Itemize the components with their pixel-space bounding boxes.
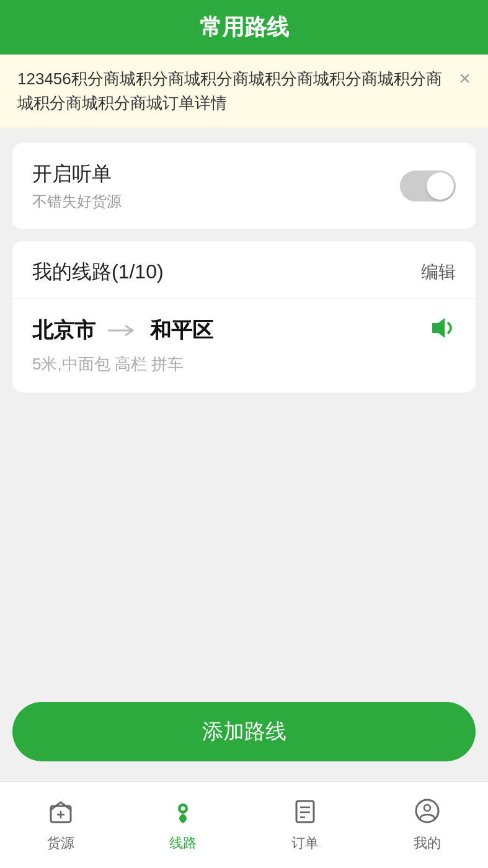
bottom-nav: 货源 线路 订单 (0, 781, 488, 868)
svg-marker-1 (432, 318, 445, 338)
nav-item-mine[interactable]: 我的 (366, 797, 488, 852)
add-route-button[interactable]: 添加路线 (12, 702, 476, 761)
route-cities: 北京市 和平区 (32, 316, 213, 345)
svg-point-12 (424, 805, 430, 811)
cargo-icon (47, 797, 74, 829)
listen-title: 开启听单 (32, 161, 122, 188)
content-area: 开启听单 不错失好货源 我的线路(1/10) 编辑 北京市 (0, 128, 488, 702)
nav-item-cargo[interactable]: 货源 (0, 797, 122, 852)
routes-title: 我的线路(1/10) (32, 259, 164, 286)
route-icon (169, 797, 197, 829)
route-sound-button[interactable] (431, 317, 456, 345)
toggle-knob (427, 172, 454, 200)
spacer (12, 405, 476, 687)
nav-item-route[interactable]: 线路 (122, 797, 244, 852)
order-icon (291, 797, 319, 829)
route-top: 北京市 和平区 (32, 316, 456, 345)
nav-label-route: 线路 (169, 834, 197, 852)
mine-icon (414, 797, 441, 829)
routes-edit-button[interactable]: 编辑 (421, 260, 456, 284)
route-to-city: 和平区 (150, 316, 213, 345)
route-from-city: 北京市 (32, 316, 95, 345)
routes-header: 我的线路(1/10) 编辑 (12, 241, 476, 299)
nav-label-mine: 我的 (414, 834, 441, 852)
listen-info: 开启听单 不错失好货源 (32, 161, 122, 211)
listen-subtitle: 不错失好货源 (32, 192, 122, 211)
route-item: 北京市 和平区 5米,中面包 高栏 拼车 (12, 299, 476, 392)
banner-close-button[interactable]: × (459, 68, 471, 88)
nav-item-order[interactable]: 订单 (244, 797, 366, 852)
banner: 123456积分商城积分商城积分商城积分商城积分商城积分商城积分商城积分商城订单… (0, 55, 488, 128)
header: 常用路线 (0, 0, 488, 55)
page-title: 常用路线 (200, 12, 289, 43)
route-arrow-icon (108, 323, 138, 338)
listen-toggle[interactable] (400, 170, 456, 202)
listen-card: 开启听单 不错失好货源 (12, 143, 476, 229)
banner-text: 123456积分商城积分商城积分商城积分商城积分商城积分商城积分商城积分商城订单… (17, 67, 449, 115)
add-route-wrapper: 添加路线 (0, 702, 488, 781)
nav-label-cargo: 货源 (47, 834, 74, 852)
routes-card: 我的线路(1/10) 编辑 北京市 和平区 (12, 241, 476, 392)
nav-label-order: 订单 (291, 834, 319, 852)
svg-point-6 (181, 807, 185, 811)
route-tags: 5米,中面包 高栏 拼车 (32, 353, 456, 375)
